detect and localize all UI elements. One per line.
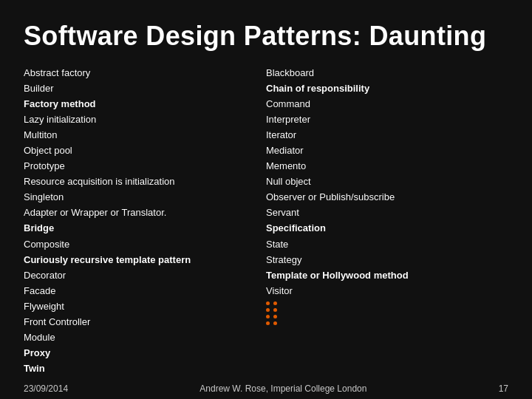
list-item: Composite — [24, 236, 266, 252]
list-item: Visitor — [266, 283, 508, 299]
list-item: Null object — [266, 174, 508, 189]
list-item: Adapter or Wrapper or Translator. — [24, 205, 266, 220]
list-item: Multiton — [24, 127, 266, 143]
list-item: Bridge — [24, 220, 266, 236]
list-item: Factory method — [24, 96, 266, 112]
dot-icon — [266, 308, 270, 312]
footer-author: Andrew W. Rose, Imperial College London — [75, 383, 491, 394]
dot-icon — [273, 315, 277, 318]
list-item: Flyweight — [24, 299, 266, 314]
right-column: BlackboardChain of responsibilityCommand… — [266, 65, 508, 376]
dot-icon — [273, 321, 277, 325]
footer-page: 17 — [499, 383, 508, 394]
list-item: Servant — [266, 205, 508, 220]
slide: Software Design Patterns: Daunting Abstr… — [0, 0, 532, 399]
list-item: Observer or Publish/subscribe — [266, 189, 508, 205]
list-item: Proxy — [24, 345, 266, 361]
list-item: Twin — [24, 361, 266, 376]
list-item: Object pool — [24, 143, 266, 158]
list-item: Prototype — [24, 158, 266, 174]
list-item: Singleton — [24, 189, 266, 205]
list-item: Command — [266, 96, 508, 112]
list-item: Decorator — [24, 267, 266, 283]
list-item: Interpreter — [266, 112, 508, 127]
dot-icon — [266, 321, 270, 325]
list-item: Specification — [266, 220, 508, 236]
slide-title: Software Design Patterns: Daunting — [24, 21, 508, 52]
list-item: Strategy — [266, 252, 508, 267]
list-item: Blackboard — [266, 65, 508, 81]
dot-icon — [266, 301, 270, 305]
list-item: Front Controller — [24, 314, 266, 330]
list-item: Iterator — [266, 127, 508, 143]
list-item: State — [266, 236, 508, 252]
list-item: Template or Hollywood method — [266, 267, 508, 283]
left-column: Abstract factoryBuilderFactory methodLaz… — [24, 65, 266, 376]
list-item: Facade — [24, 283, 266, 299]
list-item: Resource acquisition is initialization — [24, 174, 266, 189]
list-item: Module — [24, 330, 266, 345]
list-item: Builder — [24, 81, 266, 96]
dot-icon — [273, 301, 277, 305]
dot-icon — [266, 315, 270, 318]
list-item: Lazy initialization — [24, 112, 266, 127]
list-item: Mediator — [266, 143, 508, 158]
list-item: Chain of responsibility — [266, 81, 508, 96]
slide-footer: 23/09/2014 Andrew W. Rose, Imperial Coll… — [24, 376, 508, 394]
list-item: Curiously recursive template pattern — [24, 252, 266, 267]
dot-icon — [273, 308, 277, 312]
list-item: Memento — [266, 158, 508, 174]
content-area: Abstract factoryBuilderFactory methodLaz… — [24, 65, 508, 376]
footer-date: 23/09/2014 — [24, 383, 68, 394]
list-item: Abstract factory — [24, 65, 266, 81]
dots-decoration — [266, 301, 508, 325]
